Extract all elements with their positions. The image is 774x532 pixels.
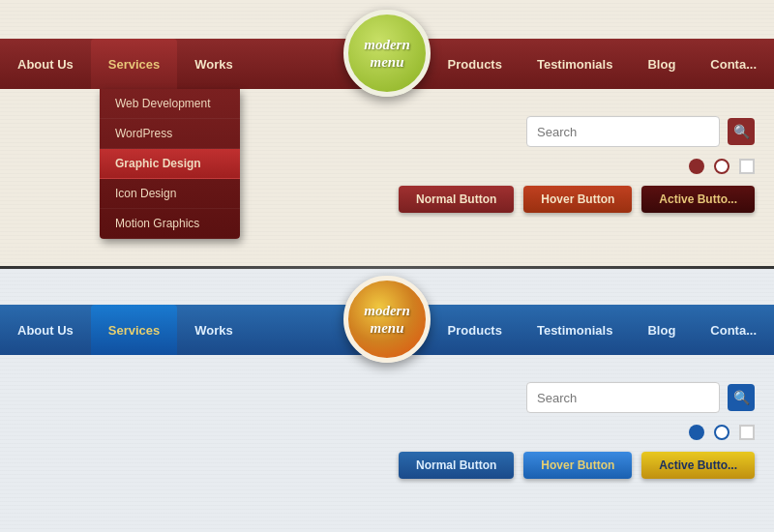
brown-checkbox[interactable] xyxy=(739,159,755,174)
nav-works[interactable]: Works xyxy=(177,39,251,89)
brown-search-icon[interactable]: 🔍 xyxy=(728,118,755,145)
dropdown-item-motion[interactable]: Motion Graphics xyxy=(100,209,240,239)
blue-radio-outline[interactable] xyxy=(714,425,729,440)
blue-nav-products[interactable]: Products xyxy=(431,305,520,355)
section-divider xyxy=(0,266,774,269)
blue-logo-line2: menu xyxy=(370,319,403,337)
brown-section: About Us Services Works Products Testimo… xyxy=(0,0,774,266)
brown-normal-button[interactable]: Normal Button xyxy=(399,186,514,213)
blue-radio-filled[interactable] xyxy=(689,425,704,440)
brown-button-row: Normal Button Hover Button Active Butto.… xyxy=(399,186,755,213)
nav-testimonials[interactable]: Testimonials xyxy=(520,39,631,89)
nav-left: About Us Services Works xyxy=(0,39,251,89)
logo-text-line2: menu xyxy=(370,53,403,71)
blue-nav-blog[interactable]: Blog xyxy=(630,305,693,355)
brown-radio-outline[interactable] xyxy=(714,159,729,174)
blue-logo-line1: modern xyxy=(364,302,410,319)
nav-right: Products Testimonials Blog Conta... xyxy=(431,39,774,89)
blue-controls: 🔍 Normal Button Hover Button Active Butt… xyxy=(399,382,755,479)
nav-contact[interactable]: Conta... xyxy=(693,39,774,89)
blue-radio-row xyxy=(689,425,755,440)
blue-section: About Us Services Works Products Testimo… xyxy=(0,266,774,532)
dropdown-item-icon-design[interactable]: Icon Design xyxy=(100,179,240,209)
blue-nav-testimonials[interactable]: Testimonials xyxy=(520,305,631,355)
brown-hover-button[interactable]: Hover Button xyxy=(523,186,632,213)
blue-nav-works[interactable]: Works xyxy=(177,305,251,355)
blue-nav-services[interactable]: Services xyxy=(91,305,178,355)
nav-blog[interactable]: Blog xyxy=(630,39,693,89)
nav-services[interactable]: Services xyxy=(91,39,178,89)
blue-nav-left: About Us Services Works xyxy=(0,305,251,355)
nav-products[interactable]: Products xyxy=(431,39,520,89)
brown-search-input[interactable] xyxy=(526,116,720,147)
brown-radio-row xyxy=(689,159,755,174)
brown-dropdown: Web Development WordPress Graphic Design… xyxy=(100,89,240,239)
blue-search-icon[interactable]: 🔍 xyxy=(728,384,755,411)
dropdown-item-graphic-design[interactable]: Graphic Design xyxy=(100,149,240,179)
logo-text-line1: modern xyxy=(364,36,410,53)
brown-radio-filled[interactable] xyxy=(689,159,704,174)
blue-search-row: 🔍 xyxy=(526,382,755,413)
brown-search-row: 🔍 xyxy=(526,116,755,147)
brown-controls: 🔍 Normal Button Hover Button Active Butt… xyxy=(399,116,755,213)
dropdown-item-wordpress[interactable]: WordPress xyxy=(100,119,240,149)
nav-about-us[interactable]: About Us xyxy=(0,39,91,89)
brown-active-button[interactable]: Active Butto... xyxy=(641,186,755,213)
dropdown-item-web-dev[interactable]: Web Development xyxy=(100,89,240,119)
blue-normal-button[interactable]: Normal Button xyxy=(399,452,514,479)
blue-nav-about-us[interactable]: About Us xyxy=(0,305,91,355)
blue-logo[interactable]: modern menu xyxy=(343,276,431,363)
blue-nav-contact[interactable]: Conta... xyxy=(693,305,774,355)
blue-button-row: Normal Button Hover Button Active Butto.… xyxy=(399,452,755,479)
blue-search-input[interactable] xyxy=(526,382,720,413)
blue-hover-button[interactable]: Hover Button xyxy=(523,452,632,479)
blue-active-button[interactable]: Active Butto... xyxy=(641,452,755,479)
blue-checkbox[interactable] xyxy=(739,425,755,440)
blue-nav-right: Products Testimonials Blog Conta... xyxy=(431,305,774,355)
brown-logo[interactable]: modern menu xyxy=(343,10,431,97)
